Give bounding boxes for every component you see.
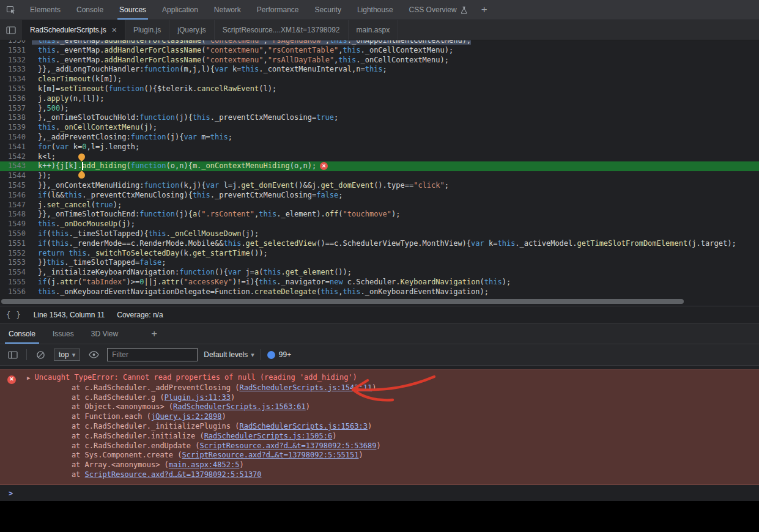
expand-triangle-icon[interactable] <box>27 374 30 383</box>
console-prompt[interactable] <box>0 485 759 501</box>
gutter-line-number[interactable]: 1556 <box>0 287 32 297</box>
code-line[interactable]: 1550if(this._timeSlotTapped){this._onCel… <box>0 229 759 239</box>
tab-performance[interactable]: Performance <box>249 0 307 20</box>
gutter-line-number[interactable]: 1548 <box>0 210 32 220</box>
code-line[interactable]: 1555if(j.attr("tabIndex")>=0||j.attr("ac… <box>0 278 759 287</box>
code-line-text[interactable]: j.apply(n,[l]); <box>32 94 104 103</box>
gutter-line-number[interactable]: 1552 <box>0 249 32 259</box>
gutter-line-number[interactable]: 1540 <box>0 133 32 142</box>
code-line-text[interactable]: k[m]=setTimeout(function(){$telerik.canc… <box>32 84 276 93</box>
code-line-text[interactable]: if(this._renderMode==c.RenderMode.Mobile… <box>32 239 736 248</box>
stack-frame-link[interactable]: RadSchedulerScripts.js:1563:3 <box>239 422 368 430</box>
file-tab-plugin-js[interactable]: Plugin.js <box>125 20 169 40</box>
code-line-text[interactable]: k++){j[k].add_hiding(function(o,n){m._on… <box>32 161 328 170</box>
code-line[interactable]: 1541for(var k=0,l=j.length; <box>0 142 759 152</box>
tab-console[interactable]: Console <box>68 0 111 20</box>
gutter-line-number[interactable]: 1547 <box>0 201 32 210</box>
code-line-text[interactable]: }}this._timeSlotTapped=false; <box>32 258 166 267</box>
issues-counter[interactable]: 99+ <box>267 350 291 359</box>
tab-security[interactable]: Security <box>307 0 349 20</box>
stack-frame-link[interactable]: jQuery.js:2:2898 <box>151 412 222 421</box>
code-line[interactable]: 1543k++){j[k].add_hiding(function(o,n){m… <box>0 161 759 171</box>
code-line-text[interactable]: },_initializeKeyboardNavigation:function… <box>32 268 352 276</box>
gutter-line-number[interactable]: 1553 <box>0 258 32 268</box>
code-line[interactable]: 1552return this._switchToSelectedDay(k.g… <box>0 249 759 259</box>
gutter-line-number[interactable]: 1530 <box>0 40 32 46</box>
more-tools-plus-icon[interactable]: + <box>144 324 165 344</box>
code-line-text[interactable]: if(this._timeSlotTapped){this._onCellMou… <box>32 229 259 238</box>
code-line-text[interactable]: clearTimeout(k[m]); <box>32 75 122 83</box>
gutter-line-number[interactable]: 1533 <box>0 65 32 75</box>
code-line[interactable]: 1551if(this._renderMode==c.RenderMode.Mo… <box>0 239 759 249</box>
file-tab-main-aspx[interactable]: main.aspx <box>349 20 399 40</box>
drawer-tab-issues[interactable]: Issues <box>44 324 83 344</box>
file-tab-scriptresource-xm1-t-13798092[interactable]: ScriptResource....XM1&t=13798092 <box>215 20 349 40</box>
code-line[interactable]: 1545}},_onContextMenuHiding:function(k,j… <box>0 181 759 191</box>
stack-frame-link[interactable]: RadSchedulerScripts.js:1543:11 <box>239 383 372 392</box>
console-sidebar-icon[interactable] <box>6 351 20 359</box>
gutter-line-number[interactable]: 1550 <box>0 229 32 239</box>
gutter-line-number[interactable]: 1534 <box>0 75 32 84</box>
gutter-line-number[interactable]: 1538 <box>0 113 32 123</box>
code-line-text[interactable]: },_addPreventClosing:function(j){var m=t… <box>32 133 232 141</box>
code-line[interactable]: 1532this._eventMap.addHandlerForClassNam… <box>0 56 759 65</box>
gutter-line-number[interactable]: 1535 <box>0 84 32 94</box>
code-line[interactable]: 1554},_initializeKeyboardNavigation:func… <box>0 268 759 278</box>
inspect-element-icon[interactable] <box>0 0 22 20</box>
log-levels-selector[interactable]: Default levels <box>204 350 254 359</box>
code-line[interactable]: 1534clearTimeout(k[m]); <box>0 75 759 84</box>
gutter-line-number[interactable]: 1541 <box>0 142 32 152</box>
code-line-text[interactable]: this._eventMap.addHandlerForClassName("c… <box>32 46 453 54</box>
code-line[interactable]: 1535k[m]=setTimeout(function(){$telerik.… <box>0 84 759 94</box>
filter-input[interactable] <box>107 348 198 361</box>
code-line[interactable]: 1553}}this._timeSlotTapped=false; <box>0 258 759 268</box>
pretty-print-button[interactable]: { } <box>6 311 21 319</box>
file-tab-jquery-js[interactable]: jQuery.js <box>169 20 214 40</box>
code-line[interactable]: 1547j.set_cancel(true); <box>0 201 759 210</box>
code-line[interactable]: 1546if(l&&this._preventCtxMenuClosing){t… <box>0 191 759 201</box>
gutter-line-number[interactable]: 1539 <box>0 123 32 133</box>
stack-frame-link[interactable]: RadSchedulerScripts.js:1563:61 <box>173 402 306 411</box>
code-line-text[interactable]: this._onDocMouseUp(j); <box>32 220 135 228</box>
gutter-line-number[interactable]: 1551 <box>0 239 32 249</box>
code-line-text[interactable]: this._eventMap.addHandlerForClassName("c… <box>32 56 449 64</box>
code-line-text[interactable]: for(var k=0,l=j.length; <box>32 142 139 151</box>
code-line-text[interactable]: if(j.attr("tabIndex")>=0||j.attr("access… <box>32 278 511 286</box>
code-line[interactable]: 1533}},_addLongTouchHandler:function(m,j… <box>0 65 759 75</box>
gutter-line-number[interactable]: 1544 <box>0 171 32 181</box>
code-line-text[interactable]: this._onKeyboardEventNavigationDelegate=… <box>32 287 489 296</box>
gutter-line-number[interactable]: 1545 <box>0 181 32 191</box>
code-line[interactable]: 1537},500); <box>0 104 759 114</box>
stack-frame-link[interactable]: ScriptResource.axd?d…&t=13798092:5:55151 <box>182 451 359 459</box>
code-line-text[interactable]: },500); <box>32 104 69 113</box>
stack-frame-link[interactable]: Plugin.js:11:33 <box>165 393 231 402</box>
error-icon[interactable] <box>320 162 328 170</box>
more-tabs-plus-icon[interactable]: + <box>475 0 494 20</box>
execution-context-selector[interactable]: top <box>54 349 80 361</box>
tab-css-overview[interactable]: CSS Overview <box>401 0 475 20</box>
stack-frame-link[interactable]: ScriptResource.axd?d…&t=13798092:5:53689 <box>199 441 376 450</box>
code-line-text[interactable]: }); <box>32 171 51 180</box>
tab-application[interactable]: Application <box>154 0 206 20</box>
code-line[interactable]: 1556this._onKeyboardEventNavigationDeleg… <box>0 287 759 297</box>
gutter-line-number[interactable]: 1549 <box>0 220 32 229</box>
code-line[interactable]: 1540},_addPreventClosing:function(j){var… <box>0 133 759 142</box>
close-icon[interactable]: × <box>112 26 117 34</box>
code-line[interactable]: 1539this._onCellContextMenu(j); <box>0 123 759 133</box>
drawer-tab-console[interactable]: Console <box>0 324 44 344</box>
code-line-text[interactable]: this._eventMap.addHandlerForClassName("c… <box>32 40 471 45</box>
tab-elements[interactable]: Elements <box>22 0 68 20</box>
clear-console-icon[interactable] <box>33 350 48 360</box>
gutter-line-number[interactable]: 1537 <box>0 104 32 114</box>
code-line[interactable]: 1544}); <box>0 171 759 181</box>
stack-frame-link[interactable]: main.aspx:4852:5 <box>169 460 240 469</box>
file-tab-radschedulerscripts-js[interactable]: RadSchedulerScripts.js× <box>22 20 125 40</box>
code-line[interactable]: 1542k<l; <box>0 152 759 162</box>
code-line-text[interactable]: }},_onTimeSlotTouchEnd:function(j){a(".r… <box>32 210 401 218</box>
tab-sources[interactable]: Sources <box>111 0 154 20</box>
stack-frame-link[interactable]: RadSchedulerScripts.js:1505:6 <box>204 432 333 440</box>
source-editor[interactable]: 1530this._eventMap.addHandlerForClassNam… <box>0 40 759 297</box>
horizontal-scrollbar-thumb[interactable] <box>1 299 684 304</box>
gutter-line-number[interactable]: 1543 <box>0 161 32 171</box>
gutter-line-number[interactable]: 1532 <box>0 56 32 65</box>
